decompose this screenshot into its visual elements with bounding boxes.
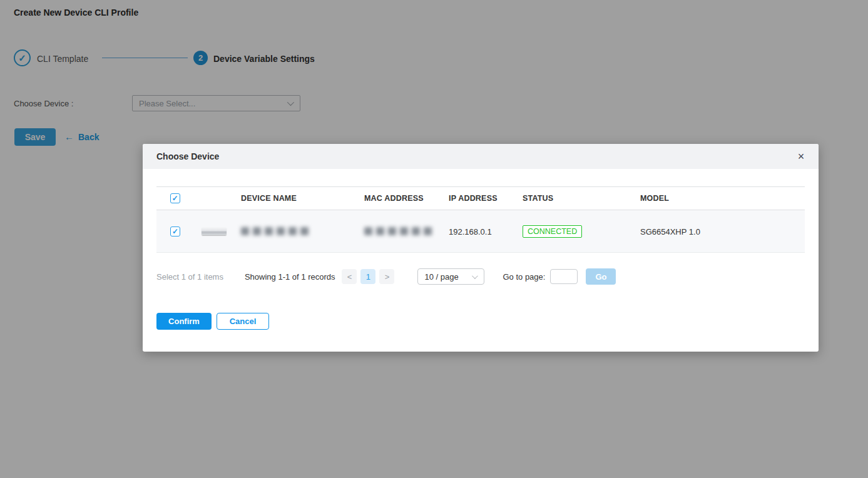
page-size-select[interactable]: 10 / page [417, 268, 484, 285]
modal-title: Choose Device [156, 151, 219, 161]
go-button[interactable]: Go [586, 268, 616, 285]
column-header-status: STATUS [523, 194, 640, 203]
check-icon: ✓ [172, 227, 178, 236]
close-icon[interactable]: × [794, 149, 809, 164]
modal-header: Choose Device × [143, 144, 819, 169]
showing-summary: Showing 1-1 of 1 records [245, 272, 335, 282]
current-page-button[interactable]: 1 [360, 269, 375, 284]
prev-page-button[interactable]: < [342, 269, 357, 284]
mac-address-redacted [364, 227, 434, 235]
next-page-icon: > [385, 272, 390, 282]
modal-actions: Confirm Cancel [156, 313, 805, 330]
next-page-button[interactable]: > [379, 269, 394, 284]
row-checkbox[interactable]: ✓ [170, 226, 180, 236]
status-badge: CONNECTED [523, 225, 582, 238]
modal-body: ✓ DEVICE NAME MAC ADDRESS IP ADDRESS STA… [143, 186, 819, 330]
ip-address-value: 192.168.0.1 [449, 227, 492, 236]
pagination-bar: Select 1 of 1 items Showing 1-1 of 1 rec… [156, 268, 805, 285]
cancel-button[interactable]: Cancel [217, 313, 269, 330]
select-summary: Select 1 of 1 items [156, 272, 223, 282]
check-icon: ✓ [172, 194, 178, 203]
select-all-checkbox[interactable]: ✓ [170, 193, 180, 203]
goto-page-label: Go to page: [503, 272, 545, 282]
device-name-redacted [241, 227, 310, 235]
prev-page-icon: < [347, 272, 352, 282]
goto-page-input[interactable] [550, 269, 578, 284]
chevron-down-icon [472, 273, 478, 279]
column-header-device-name: DEVICE NAME [241, 194, 364, 203]
table-row[interactable]: ✓ 192.168.0.1 CONNECTED SG6654XHP 1.0 [156, 210, 805, 253]
page-size-value: 10 / page [424, 272, 458, 282]
column-header-ip-address: IP ADDRESS [449, 194, 523, 203]
column-header-model: MODEL [640, 194, 805, 203]
table-header-row: ✓ DEVICE NAME MAC ADDRESS IP ADDRESS STA… [156, 186, 805, 210]
choose-device-modal: Choose Device × ✓ DEVICE NAME MAC ADDRES… [143, 144, 819, 352]
confirm-button[interactable]: Confirm [156, 313, 212, 330]
device-thumbnail-image [202, 227, 227, 235]
column-header-mac-address: MAC ADDRESS [364, 194, 449, 203]
model-value: SG6654XHP 1.0 [640, 227, 700, 236]
